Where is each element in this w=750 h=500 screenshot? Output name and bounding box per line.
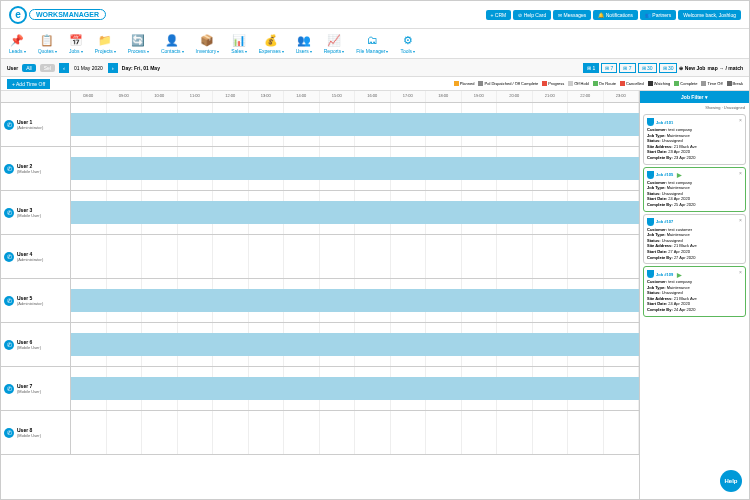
time-slot[interactable]	[249, 235, 285, 278]
menu-expenses[interactable]: 💰Expenses ▾	[259, 33, 284, 54]
menu-users[interactable]: 👥Users ▾	[296, 33, 312, 54]
legend-item: Watching	[648, 81, 671, 86]
menu-reports[interactable]: 📈Reports ▾	[324, 33, 345, 54]
availability-band[interactable]	[71, 289, 639, 312]
user-row: ✆User 2(Mobile User)	[1, 147, 639, 191]
phone-icon: ✆	[4, 208, 14, 218]
top-button[interactable]: ✉ Messages	[553, 10, 591, 20]
menu-file manager[interactable]: 🗂File Manager ▾	[356, 33, 388, 54]
user-cell[interactable]: ✆User 1(Administrator)	[1, 103, 71, 146]
time-slot[interactable]	[355, 411, 391, 454]
time-slot[interactable]	[178, 235, 214, 278]
time-slot[interactable]	[107, 411, 143, 454]
user-cell[interactable]: ✆User 8(Mobile User)	[1, 411, 71, 454]
time-slot[interactable]	[568, 411, 604, 454]
availability-band[interactable]	[71, 377, 639, 400]
time-slot[interactable]	[604, 235, 640, 278]
user-cell[interactable]: ✆User 4(Administrator)	[1, 235, 71, 278]
user-cell[interactable]: ✆User 7(Mobile User)	[1, 367, 71, 410]
availability-band[interactable]	[71, 157, 639, 180]
time-slot[interactable]	[213, 411, 249, 454]
menu-projects[interactable]: 📁Projects ▾	[95, 33, 116, 54]
user-role: (Administrator)	[17, 257, 43, 262]
close-icon[interactable]: ×	[739, 170, 742, 176]
menu-process[interactable]: 🔄Process ▾	[128, 33, 149, 54]
view-button[interactable]: ⊞ 30	[638, 63, 657, 73]
menu-jobs[interactable]: 📅Jobs ▾	[69, 33, 83, 54]
menu-contacts[interactable]: 👤Contacts ▾	[161, 33, 184, 54]
time-slot[interactable]	[604, 411, 640, 454]
close-icon[interactable]: ×	[739, 217, 742, 223]
time-slot[interactable]	[355, 235, 391, 278]
shield-icon	[647, 218, 654, 226]
menu-tools[interactable]: ⚙Tools ▾	[400, 33, 415, 54]
time-slot[interactable]	[462, 411, 498, 454]
view-button[interactable]: ⊞ 1	[583, 63, 599, 73]
time-slot[interactable]	[142, 235, 178, 278]
time-slot[interactable]	[320, 411, 356, 454]
top-button[interactable]: 👥 Partners	[640, 10, 676, 20]
time-header-cell: 16:00	[355, 91, 391, 102]
time-slot[interactable]	[284, 411, 320, 454]
view-button[interactable]: ⊞ 7	[601, 63, 617, 73]
view-button[interactable]: ⊞ 7	[619, 63, 635, 73]
time-slot[interactable]	[142, 411, 178, 454]
shield-icon	[647, 171, 654, 179]
menu-leads[interactable]: 📌Leads ▾	[9, 33, 26, 54]
legend-item: Break	[727, 81, 743, 86]
user-cell[interactable]: ✆User 6(Mobile User)	[1, 323, 71, 366]
time-slot[interactable]	[249, 411, 285, 454]
time-slot[interactable]	[391, 235, 427, 278]
filter-all-button[interactable]: All	[22, 64, 36, 72]
top-button[interactable]: ⊘ Help Card	[513, 10, 551, 20]
date-prev-button[interactable]: ‹	[59, 63, 69, 73]
menu-sales[interactable]: 📊Sales ▾	[231, 33, 247, 54]
time-slot[interactable]	[284, 235, 320, 278]
time-slot[interactable]	[497, 411, 533, 454]
time-slot[interactable]	[107, 235, 143, 278]
logo-icon: e	[9, 6, 27, 24]
time-slot[interactable]	[71, 411, 107, 454]
time-slot[interactable]	[213, 235, 249, 278]
top-button[interactable]: 🔔 Notifications	[593, 10, 638, 20]
user-role: (Mobile User)	[17, 433, 41, 438]
menu-inventory[interactable]: 📦Inventory ▾	[196, 33, 220, 54]
filter-sel-button[interactable]: Sel	[40, 64, 55, 72]
time-slot[interactable]	[320, 235, 356, 278]
legend-item: Off Hold	[568, 81, 589, 86]
availability-band[interactable]	[71, 201, 639, 224]
time-slot[interactable]	[533, 235, 569, 278]
job-card[interactable]: ×Job #101Customer: test companyJob Type:…	[643, 114, 746, 165]
availability-band[interactable]	[71, 333, 639, 356]
view-button[interactable]: ⊞ 30	[659, 63, 678, 73]
time-slot[interactable]	[178, 411, 214, 454]
user-cell[interactable]: ✆User 3(Mobile User)	[1, 191, 71, 234]
time-slot[interactable]	[568, 235, 604, 278]
map-toggle[interactable]: map → / match	[707, 65, 743, 71]
menu-quotes[interactable]: 📋Quotes ▾	[38, 33, 57, 54]
job-card[interactable]: ×Job #109▶Customer: test companyJob Type…	[643, 266, 746, 317]
add-time-off-button[interactable]: + Add Time Off	[7, 79, 50, 89]
time-slot[interactable]	[391, 411, 427, 454]
time-slot[interactable]	[462, 235, 498, 278]
time-slot[interactable]	[533, 411, 569, 454]
close-icon[interactable]: ×	[739, 269, 742, 275]
job-card[interactable]: ×Job #107Customer: test customerJob Type…	[643, 214, 746, 265]
new-job-button[interactable]: ⊕ New Job	[679, 65, 705, 71]
top-button[interactable]: + CRM	[486, 10, 512, 20]
time-slot[interactable]	[71, 235, 107, 278]
availability-band[interactable]	[71, 113, 639, 136]
time-slot[interactable]	[426, 411, 462, 454]
top-button[interactable]: Welcome back, Joshlog	[678, 10, 741, 20]
job-card[interactable]: ×Job #105▶Customer: test companyJob Type…	[643, 167, 746, 212]
time-slot[interactable]	[426, 235, 462, 278]
date-next-button[interactable]: ›	[108, 63, 118, 73]
play-icon: ▶	[677, 171, 682, 178]
job-filter-status: Showing · Unassigned	[640, 103, 749, 112]
user-cell[interactable]: ✆User 5(Administrator)	[1, 279, 71, 322]
user-cell[interactable]: ✆User 2(Mobile User)	[1, 147, 71, 190]
help-button[interactable]: Help	[720, 470, 742, 492]
job-filter-header[interactable]: Job Filter ▾	[640, 91, 749, 103]
close-icon[interactable]: ×	[739, 117, 742, 123]
time-slot[interactable]	[497, 235, 533, 278]
